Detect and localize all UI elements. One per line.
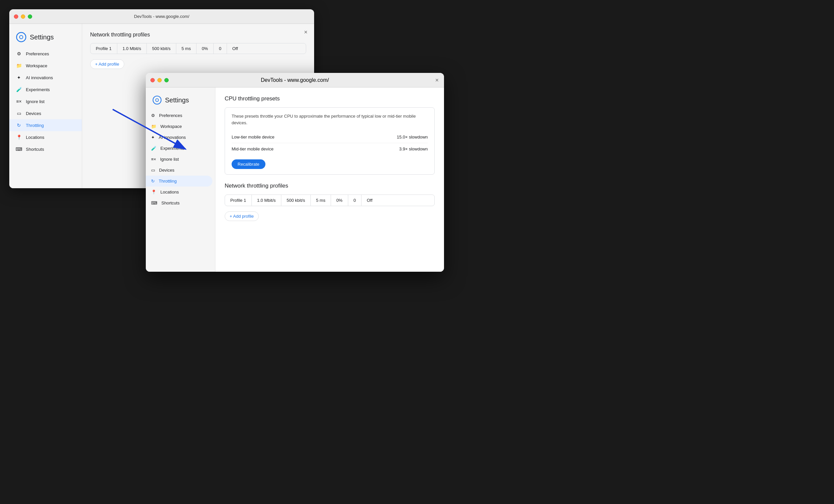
preferences-label: Preferences xyxy=(26,51,49,56)
front-sidebar-item-throttling[interactable]: ↻ Throttling xyxy=(146,176,213,187)
profile-cell: 0% xyxy=(331,195,348,206)
profile-cell: Off xyxy=(227,43,243,54)
back-sidebar-items: ⚙ Preferences 📁 Workspace ✦ AI innovatio… xyxy=(9,48,82,155)
throttling-label: Throttling xyxy=(26,123,44,128)
profile-cell: 5 ms xyxy=(311,195,331,206)
back-network-title: Network throttling profiles xyxy=(90,32,306,38)
back-minimize-dot[interactable] xyxy=(21,14,25,19)
sidebar-item-ignore-list[interactable]: ≡× Ignore list xyxy=(9,95,82,107)
cpu-preset-low-value: 15.0× slowdown xyxy=(397,134,428,139)
sidebar-item-shortcuts[interactable]: ⌨ Shortcuts xyxy=(9,143,82,155)
ignore-list-label-front: Ignore list xyxy=(160,157,179,162)
locations-label-front: Locations xyxy=(160,190,179,195)
profile-cell: Off xyxy=(361,195,378,206)
profile-cell: 0 xyxy=(214,43,227,54)
throttling-label-front: Throttling xyxy=(159,179,177,183)
preferences-label-front: Preferences xyxy=(159,113,182,118)
experiments-icon: 🧪 xyxy=(16,87,22,92)
devices-icon: ▭ xyxy=(16,110,22,116)
back-titlebar: DevTools - www.google.com/ xyxy=(9,9,314,24)
ai-innovations-icon-front: ✦ xyxy=(151,135,155,140)
back-title: DevTools - www.google.com/ xyxy=(134,14,190,19)
sidebar-item-workspace[interactable]: 📁 Workspace xyxy=(9,60,82,71)
front-sidebar-item-devices[interactable]: ▭ Devices xyxy=(146,165,215,176)
cpu-preset-mid-value: 3.9× slowdown xyxy=(399,147,428,151)
recalibrate-button[interactable]: Recalibrate xyxy=(232,159,265,169)
front-sidebar-item-locations[interactable]: 📍 Locations xyxy=(146,187,215,197)
ignore-list-icon-front: ≡× xyxy=(151,157,156,162)
front-window: DevTools - www.google.com/ × Settings ⚙ … xyxy=(146,73,444,272)
back-profile-table: Profile 11.0 Mbit/s500 kbit/s5 ms0%0Off xyxy=(90,43,306,54)
cpu-preset-mid: Mid-tier mobile device 3.9× slowdown xyxy=(232,143,428,155)
cpu-description: These presets throttle your CPU to appro… xyxy=(232,113,424,126)
svg-point-1 xyxy=(20,36,23,39)
experiments-label-front: Experiments xyxy=(160,146,184,151)
cpu-preset-low-label: Low-tier mobile device xyxy=(232,134,275,139)
sidebar-item-ai-innovations[interactable]: ✦ AI innovations xyxy=(9,71,82,84)
shortcuts-label: Shortcuts xyxy=(26,147,44,152)
front-sidebar-item-ignore-list[interactable]: ≡× Ignore list xyxy=(146,154,215,165)
back-close-dot[interactable] xyxy=(14,14,18,19)
sidebar-item-locations[interactable]: 📍 Locations xyxy=(9,131,82,143)
back-add-profile-button[interactable]: + Add profile xyxy=(90,59,124,69)
back-close-button[interactable]: × xyxy=(304,29,307,35)
front-close-button[interactable]: × xyxy=(435,77,439,84)
experiments-label: Experiments xyxy=(26,87,50,92)
preferences-icon-front: ⚙ xyxy=(151,113,155,118)
throttling-icon-front: ↻ xyxy=(151,179,155,183)
locations-label: Locations xyxy=(26,135,44,140)
front-network-title: Network throttling profiles xyxy=(225,182,435,189)
sidebar-item-devices[interactable]: ▭ Devices xyxy=(9,107,82,119)
shortcuts-icon: ⌨ xyxy=(16,146,22,152)
ai-innovations-label-front: AI innovations xyxy=(159,135,186,140)
sidebar-item-preferences[interactable]: ⚙ Preferences xyxy=(9,48,82,60)
front-main-content: CPU throttling presets These presets thr… xyxy=(215,87,444,272)
front-sidebar-item-ai-innovations[interactable]: ✦ AI innovations xyxy=(146,132,215,143)
cpu-throttling-box: These presets throttle your CPU to appro… xyxy=(225,107,435,175)
shortcuts-icon-front: ⌨ xyxy=(151,200,157,205)
front-sidebar-item-preferences[interactable]: ⚙ Preferences xyxy=(146,110,215,121)
front-sidebar-items: ⚙ Preferences 📁 Workspace ✦ AI innovatio… xyxy=(146,110,215,209)
front-settings-header: Settings xyxy=(146,93,215,110)
devices-label: Devices xyxy=(26,111,41,116)
front-profile-table: Profile 11.0 Mbit/s500 kbit/s5 ms0%0Off xyxy=(225,195,435,206)
workspace-label-front: Workspace xyxy=(160,124,182,129)
front-fullscreen-dot[interactable] xyxy=(164,78,169,82)
cpu-preset-mid-label: Mid-tier mobile device xyxy=(232,147,273,151)
front-sidebar: Settings ⚙ Preferences 📁 Workspace ✦ AI … xyxy=(146,87,215,272)
ignore-list-icon: ≡× xyxy=(16,98,22,104)
workspace-icon: 📁 xyxy=(16,63,22,69)
workspace-icon-front: 📁 xyxy=(151,124,156,129)
table-row: Profile 11.0 Mbit/s500 kbit/s5 ms0%0Off xyxy=(225,195,434,206)
profile-cell: 500 kbit/s xyxy=(147,43,176,54)
front-add-profile-button[interactable]: + Add profile xyxy=(225,212,259,221)
throttling-icon: ↻ xyxy=(16,122,22,128)
profile-cell: Profile 1 xyxy=(90,43,117,54)
front-cpu-title: CPU throttling presets xyxy=(225,95,435,102)
back-settings-icon xyxy=(16,32,26,42)
front-close-dot[interactable] xyxy=(150,78,155,82)
table-row: Profile 11.0 Mbit/s500 kbit/s5 ms0%0Off xyxy=(90,43,306,54)
front-sidebar-item-workspace[interactable]: 📁 Workspace xyxy=(146,121,215,132)
profile-cell: 0% xyxy=(197,43,214,54)
back-fullscreen-dot[interactable] xyxy=(28,14,32,19)
shortcuts-label-front: Shortcuts xyxy=(161,200,180,205)
back-settings-title: Settings xyxy=(30,34,54,41)
svg-point-3 xyxy=(156,99,159,102)
svg-point-2 xyxy=(153,96,161,104)
front-sidebar-item-shortcuts[interactable]: ⌨ Shortcuts xyxy=(146,197,215,209)
devices-icon-front: ▭ xyxy=(151,168,155,173)
profile-cell: 5 ms xyxy=(176,43,197,54)
front-sidebar-item-experiments[interactable]: 🧪 Experiments xyxy=(146,143,215,154)
profile-cell: 500 kbit/s xyxy=(281,195,311,206)
front-body: Settings ⚙ Preferences 📁 Workspace ✦ AI … xyxy=(146,87,444,272)
profile-cell: 1.0 Mbit/s xyxy=(252,195,281,206)
sidebar-item-throttling[interactable]: ↻ Throttling xyxy=(9,119,82,131)
front-titlebar: DevTools - www.google.com/ × xyxy=(146,73,444,87)
sidebar-item-experiments[interactable]: 🧪 Experiments xyxy=(9,84,82,95)
profile-cell: Profile 1 xyxy=(225,195,252,206)
locations-icon: 📍 xyxy=(16,134,22,140)
ai-innovations-label: AI innovations xyxy=(26,75,53,80)
front-minimize-dot[interactable] xyxy=(157,78,162,82)
back-sidebar: Settings ⚙ Preferences 📁 Workspace ✦ AI … xyxy=(9,24,82,188)
